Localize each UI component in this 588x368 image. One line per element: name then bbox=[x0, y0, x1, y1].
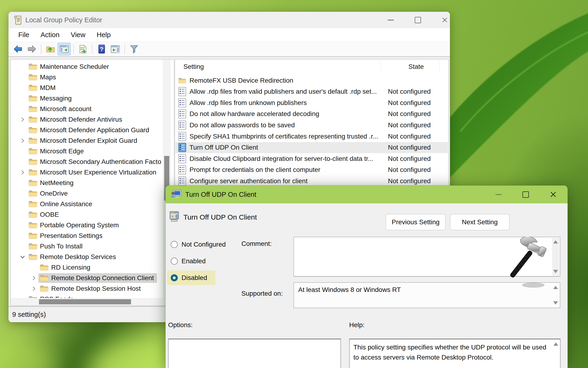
show-console-tree-button[interactable] bbox=[57, 43, 71, 55]
tree-node[interactable]: Portable Operating System bbox=[28, 221, 122, 230]
tree-item-messaging[interactable]: Messaging bbox=[18, 93, 74, 104]
setting-row-allow-rdp-files-from-valid-publishers-and-[interactable]: Allow .rdp files from valid publishers a… bbox=[175, 86, 448, 97]
setting-row-specify-sha1-thumbprints-of-certificates-r[interactable]: Specify SHA1 thumbprints of certificates… bbox=[175, 131, 448, 142]
tree-node[interactable]: MDM bbox=[28, 83, 58, 92]
setting-row-do-not-allow-hardware-accelerated-decoding[interactable]: Do not allow hardware accelerated decodi… bbox=[175, 109, 448, 120]
radio-circle-selected[interactable] bbox=[171, 274, 178, 281]
column-header-setting[interactable]: Setting bbox=[184, 59, 204, 74]
tree-node[interactable]: Microsoft Defender Antivirus bbox=[28, 115, 125, 124]
tree-item-microsoft-user-experience-virtualization[interactable]: Microsoft User Experience Virtualization bbox=[18, 167, 159, 177]
tree-horizontal-scrollbar[interactable] bbox=[10, 298, 174, 305]
tree-item-microsoft-defender-exploit-guard[interactable]: Microsoft Defender Exploit Guard bbox=[18, 135, 140, 146]
dialog-minimize-button[interactable] bbox=[488, 185, 509, 203]
setting-row-do-not-allow-passwords-to-be-saved[interactable]: Do not allow passwords to be savedNot co… bbox=[175, 120, 448, 130]
dialog-close-button[interactable] bbox=[542, 185, 564, 203]
expander-collapsed-icon[interactable] bbox=[29, 283, 39, 294]
tree-item-microsoft-account[interactable]: Microsoft account bbox=[18, 104, 94, 114]
tree-node[interactable]: Remote Desktop Session Host bbox=[39, 284, 144, 293]
tree-node[interactable]: Maintenance Scheduler bbox=[28, 62, 112, 71]
tree-item-oobe[interactable]: OOBE bbox=[18, 209, 62, 220]
menu-file[interactable]: File bbox=[13, 31, 35, 39]
tree-item-maps[interactable]: Maps bbox=[18, 72, 59, 83]
expander-collapsed-icon[interactable] bbox=[18, 135, 28, 146]
tree-node[interactable]: Online Assistance bbox=[28, 200, 95, 209]
column-divider[interactable] bbox=[439, 61, 440, 73]
tree-item-microsoft-edge[interactable]: Microsoft Edge bbox=[18, 146, 87, 156]
tree-item-netmeeting[interactable]: NetMeeting bbox=[18, 177, 76, 188]
tree-node[interactable]: OneDrive bbox=[28, 189, 70, 198]
tree-item-remote-desktop-connection-client[interactable]: Remote Desktop Connection Client bbox=[29, 273, 157, 283]
expander-collapsed-icon[interactable] bbox=[18, 114, 28, 125]
next-setting-button[interactable]: Next Setting bbox=[450, 214, 510, 230]
tree-node[interactable]: Remote Desktop Connection Client bbox=[39, 274, 157, 283]
tree-item-push-to-install[interactable]: Push To Install bbox=[18, 241, 85, 251]
options-box[interactable] bbox=[168, 339, 341, 368]
radio-enabled[interactable]: Enabled bbox=[167, 254, 215, 268]
menu-action[interactable]: Action bbox=[35, 31, 65, 39]
setting-row-configure-server-authentication-for-client[interactable]: Configure server authentication for clie… bbox=[175, 175, 448, 186]
help-button[interactable]: ? bbox=[95, 43, 108, 55]
tree-item-presentation-settings[interactable]: Presentation Settings bbox=[18, 230, 105, 241]
back-button[interactable] bbox=[11, 43, 25, 55]
tree-node[interactable]: Push To Install bbox=[28, 242, 85, 251]
close-button[interactable] bbox=[434, 12, 450, 28]
setting-row-prompt-for-credentials-on-the-client-compu[interactable]: Prompt for credentials on the client com… bbox=[175, 164, 448, 175]
tree-item-remote-desktop-services[interactable]: Remote Desktop Services bbox=[18, 251, 119, 262]
forward-button[interactable] bbox=[25, 43, 38, 55]
up-one-level-button[interactable] bbox=[44, 43, 57, 55]
dialog-maximize-button[interactable] bbox=[515, 185, 536, 203]
radio-circle-unselected[interactable] bbox=[171, 258, 178, 265]
setting-row-remotefx-usb-device-redirection[interactable]: RemoteFX USB Device Redirection bbox=[175, 75, 448, 86]
tree-item-microsoft-secondary-authentication-facto[interactable]: Microsoft Secondary Authentication Facto bbox=[18, 156, 164, 167]
setting-row-turn-off-udp-on-client[interactable]: Turn Off UDP On ClientNot configured bbox=[175, 142, 448, 153]
tree-item-microsoft-defender-antivirus[interactable]: Microsoft Defender Antivirus bbox=[18, 114, 125, 125]
menu-help[interactable]: Help bbox=[91, 31, 117, 39]
expander-collapsed-icon[interactable] bbox=[18, 167, 28, 177]
show-action-pane-button[interactable] bbox=[109, 43, 122, 55]
filter-button[interactable] bbox=[128, 43, 141, 55]
title-bar[interactable]: Local Group Policy Editor bbox=[9, 12, 450, 28]
radio-circle-unselected[interactable] bbox=[171, 241, 178, 248]
tree-item-onedrive[interactable]: OneDrive bbox=[18, 188, 70, 199]
tree-item-portable-operating-system[interactable]: Portable Operating System bbox=[18, 220, 122, 230]
tree-item-rd-licensing[interactable]: RD Licensing bbox=[29, 262, 93, 273]
toolbar-separator bbox=[92, 44, 92, 54]
tree-node[interactable]: Microsoft User Experience Virtualization bbox=[28, 168, 159, 177]
tree-node[interactable]: Microsoft Edge bbox=[28, 147, 87, 156]
tree-item-remote-desktop-session-host[interactable]: Remote Desktop Session Host bbox=[29, 283, 144, 294]
tree-item-maintenance-scheduler[interactable]: Maintenance Scheduler bbox=[18, 61, 112, 72]
help-box[interactable]: This policy setting specifies whether th… bbox=[349, 339, 560, 368]
expander-expanded-icon[interactable] bbox=[18, 251, 28, 262]
previous-setting-button[interactable]: Previous Setting bbox=[386, 214, 446, 230]
minimize-button[interactable] bbox=[380, 12, 402, 28]
tree-node[interactable]: Remote Desktop Services bbox=[28, 252, 119, 261]
maximize-button[interactable] bbox=[407, 12, 429, 28]
dialog-title-bar[interactable]: Turn Off UDP On Client bbox=[165, 185, 568, 203]
setting-row-disable-cloud-clipboard-integration-for-se[interactable]: Disable Cloud Clipboard integration for … bbox=[175, 153, 448, 164]
tree-node[interactable]: RD Licensing bbox=[39, 263, 93, 272]
tree-item-mdm[interactable]: MDM bbox=[18, 83, 58, 93]
tree-item-online-assistance[interactable]: Online Assistance bbox=[18, 199, 95, 209]
tree-node[interactable]: OOBE bbox=[28, 210, 62, 219]
scroll-down-icon[interactable] bbox=[553, 301, 558, 304]
column-divider[interactable] bbox=[381, 61, 381, 73]
tree-node[interactable]: Microsoft Defender Application Guard bbox=[28, 126, 152, 135]
radio-not-configured[interactable]: Not Configured bbox=[167, 237, 215, 252]
tree-node[interactable]: Messaging bbox=[28, 94, 74, 103]
tree-node[interactable]: Presentation Settings bbox=[28, 231, 105, 240]
radio-disabled[interactable]: Disabled bbox=[167, 271, 215, 285]
expander-collapsed-icon[interactable] bbox=[29, 273, 39, 283]
tree-node[interactable]: Microsoft Secondary Authentication Facto bbox=[28, 157, 164, 166]
scrollbar-thumb[interactable] bbox=[39, 299, 131, 304]
export-list-button[interactable] bbox=[76, 43, 90, 55]
column-header-state[interactable]: State bbox=[394, 59, 438, 74]
tree-node[interactable]: Microsoft Defender Exploit Guard bbox=[28, 136, 140, 145]
help-scrollbar[interactable] bbox=[552, 340, 559, 368]
setting-row-allow-rdp-files-from-unknown-publishers[interactable]: Allow .rdp files from unknown publishers… bbox=[175, 97, 448, 108]
tree-node[interactable]: NetMeeting bbox=[28, 178, 76, 187]
menu-view[interactable]: View bbox=[65, 31, 91, 39]
tree-item-microsoft-defender-application-guard[interactable]: Microsoft Defender Application Guard bbox=[18, 125, 152, 135]
tree-node[interactable]: Maps bbox=[28, 73, 59, 82]
scroll-up-icon[interactable] bbox=[553, 342, 558, 346]
tree-node[interactable]: Microsoft account bbox=[28, 104, 94, 113]
